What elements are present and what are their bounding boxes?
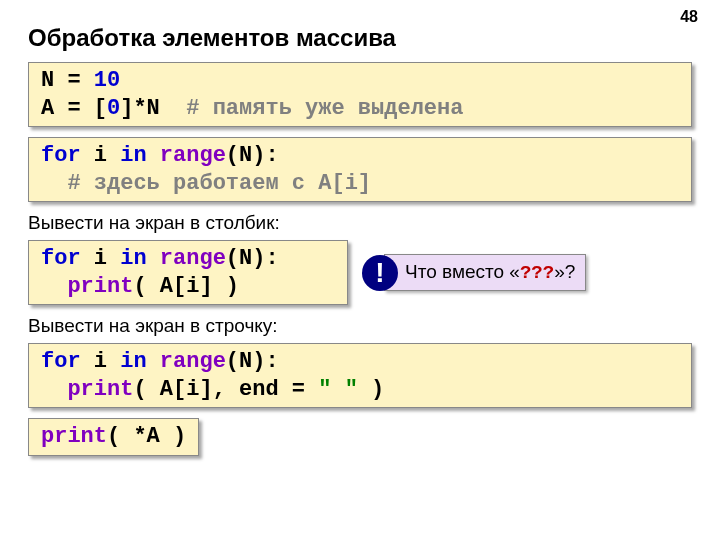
callout-text: Что вместо «???»? [384, 254, 586, 291]
row-column-output: for i in range(N): print( A[i] ) ! Что в… [28, 240, 692, 305]
code-var: i [94, 143, 120, 168]
page-number: 48 [680, 8, 698, 26]
code-keyword: for [41, 246, 94, 271]
code-text: ) [358, 377, 384, 402]
code-builtin: range [160, 246, 226, 271]
code-builtin: range [160, 143, 226, 168]
code-keyword: for [41, 349, 94, 374]
code-block-5: print( *A ) [28, 418, 199, 456]
code-keyword: in [120, 246, 160, 271]
code-comment: # здесь работаем с A[i] [41, 171, 371, 196]
code-block-3: for i in range(N): print( A[i] ) [28, 240, 348, 305]
code-text: (N): [226, 349, 279, 374]
code-builtin: print [41, 377, 133, 402]
code-builtin: print [41, 274, 133, 299]
code-block-4: for i in range(N): print( A[i], end = " … [28, 343, 692, 408]
code-var: i [94, 349, 120, 374]
code-block-1: N = 10 A = [0]*N # память уже выделена [28, 62, 692, 127]
code-number: 10 [94, 68, 120, 93]
code-text: N = [41, 68, 94, 93]
callout-segment: Что вместо « [405, 261, 520, 282]
code-text: ( A[i] ) [133, 274, 239, 299]
callout-question: ??? [520, 262, 554, 284]
code-text: (N): [226, 143, 279, 168]
slide-title: Обработка элементов массива [28, 24, 692, 52]
code-text: A = [ [41, 96, 107, 121]
code-var: i [94, 246, 120, 271]
code-keyword: for [41, 143, 94, 168]
code-number: 0 [107, 96, 120, 121]
code-comment: # память уже выделена [186, 96, 463, 121]
subtitle-column: Вывести на экран в столбик: [28, 212, 692, 234]
code-block-2: for i in range(N): # здесь работаем с A[… [28, 137, 692, 202]
subtitle-row: Вывести на экран в строчку: [28, 315, 692, 337]
code-text: ( *A ) [107, 424, 186, 449]
code-text: ]*N [120, 96, 186, 121]
code-text: (N): [226, 246, 279, 271]
exclamation-icon: ! [362, 255, 398, 291]
code-builtin: print [41, 424, 107, 449]
code-string: " " [318, 377, 358, 402]
callout-note: ! Что вместо «???»? [362, 254, 586, 291]
code-text: ( A[i], end = [133, 377, 318, 402]
code-keyword: in [120, 143, 160, 168]
callout-segment: »? [554, 261, 575, 282]
code-keyword: in [120, 349, 160, 374]
code-builtin: range [160, 349, 226, 374]
